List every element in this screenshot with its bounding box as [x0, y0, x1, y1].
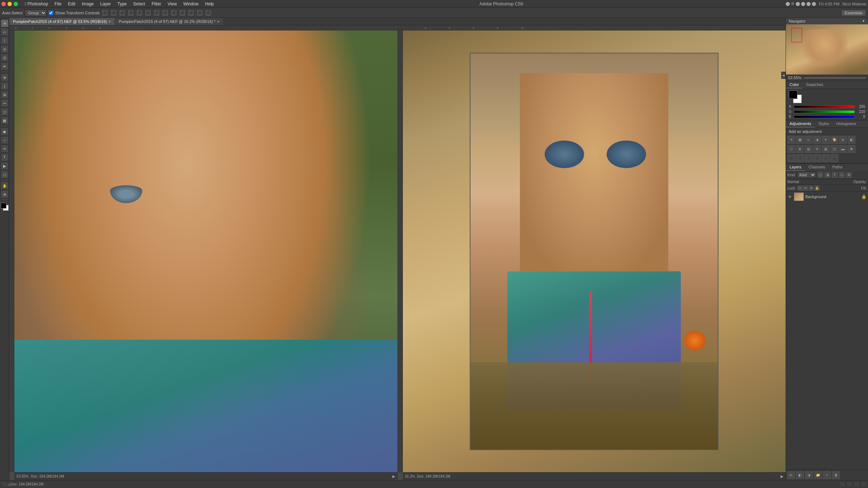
- menu-item-file[interactable]: File: [51, 1, 65, 7]
- tab-adjustments[interactable]: Adjustments: [786, 120, 815, 128]
- distribute-right-icon[interactable]: ⬛: [171, 10, 177, 16]
- align-middle-icon[interactable]: ⬛: [136, 10, 143, 16]
- b-slider[interactable]: [794, 115, 855, 118]
- healing-tool[interactable]: ⊕: [1, 73, 9, 81]
- foreground-swatch[interactable]: [789, 90, 797, 99]
- shape-tool[interactable]: ◻: [1, 171, 9, 178]
- menu-item-filter[interactable]: Filter: [148, 1, 164, 7]
- filter-smart-icon[interactable]: ⚙: [846, 172, 852, 178]
- adj-gradient-map-icon[interactable]: ▬: [839, 145, 847, 153]
- hand-tool[interactable]: ✋: [1, 182, 9, 190]
- filter-type-icon[interactable]: T: [832, 172, 838, 178]
- align-bottom-icon[interactable]: ⬛: [145, 10, 151, 16]
- lock-position-icon[interactable]: ✛: [809, 186, 814, 191]
- layer-mask-icon[interactable]: ◧: [796, 471, 804, 479]
- close-button[interactable]: [1, 2, 6, 6]
- menu-item-view[interactable]: View: [164, 1, 180, 7]
- canvas-image-right[interactable]: [403, 30, 786, 472]
- menu-item-layer[interactable]: Layer: [97, 1, 114, 7]
- distribute-center-h-icon[interactable]: ⬛: [162, 10, 168, 16]
- lasso-tool[interactable]: ⌇: [1, 37, 9, 44]
- adj-extra-5-icon[interactable]: ⬛: [822, 154, 830, 162]
- kind-dropdown[interactable]: Kind Name Effect: [797, 172, 816, 178]
- status-arrow-left[interactable]: ▶: [392, 474, 395, 478]
- layer-row-background[interactable]: 👁 Background 🔒: [786, 192, 868, 202]
- canvas-image-left[interactable]: [14, 30, 397, 472]
- gradient-tool[interactable]: ▦: [1, 116, 9, 124]
- menu-item-select[interactable]: Select: [130, 1, 148, 7]
- doc-tab-1[interactable]: PumpkinPatch2015 (4 of 87).NEF @ 16.2% (…: [115, 18, 224, 25]
- adj-colorbalance-icon[interactable]: ⊕: [839, 136, 847, 144]
- navigator-zoom-box[interactable]: [791, 28, 802, 42]
- align-right-icon[interactable]: ⬛: [119, 10, 125, 16]
- doc-tab-0-close[interactable]: ✕: [108, 20, 111, 24]
- adj-invert-icon[interactable]: ⊘: [813, 145, 821, 153]
- adj-brightness-icon[interactable]: ☀: [787, 136, 795, 144]
- adj-extra-2-icon[interactable]: ⬛: [796, 154, 804, 162]
- tab-color[interactable]: Color: [786, 81, 802, 88]
- align-top-icon[interactable]: ⬛: [128, 10, 134, 16]
- quick-selection-tool[interactable]: ⊙: [1, 45, 9, 53]
- history-brush-tool[interactable]: ↩: [1, 99, 9, 107]
- adj-levels-icon[interactable]: ▦: [796, 136, 804, 144]
- distribute-middle-v-icon[interactable]: ⬛: [188, 10, 194, 16]
- menu-item-window[interactable]: Window: [180, 1, 202, 7]
- adj-exposure-icon[interactable]: ◑: [813, 136, 821, 144]
- align-left-icon[interactable]: ⬛: [102, 10, 108, 16]
- fullscreen-button[interactable]: [14, 2, 18, 6]
- adj-bw-icon[interactable]: ◧: [848, 136, 855, 144]
- doc-tab-0[interactable]: PumpkinPatch2015 (4 of 87).NEF @ 53.5% (…: [9, 18, 115, 25]
- distribute-bottom-icon[interactable]: ⬛: [196, 10, 203, 16]
- brush-tool[interactable]: ∫: [1, 82, 9, 90]
- auto-select-dropdown[interactable]: Group Layer: [25, 9, 47, 16]
- move-tool[interactable]: ✛: [1, 19, 9, 27]
- adj-extra-6-icon[interactable]: ⬛: [830, 154, 838, 162]
- lock-pixels-icon[interactable]: ✏: [803, 186, 808, 191]
- menu-item-help[interactable]: Help: [202, 1, 217, 7]
- adj-color-lookup-icon[interactable]: ▤: [805, 145, 812, 153]
- adj-hsl-icon[interactable]: 🎨: [830, 136, 838, 144]
- filter-pixel-icon[interactable]: ◻: [817, 172, 823, 178]
- minimize-button[interactable]: [8, 2, 12, 6]
- menu-item-type[interactable]: Type: [114, 1, 130, 7]
- filter-adjustment-icon[interactable]: ◑: [825, 172, 830, 178]
- adj-extra-4-icon[interactable]: ⬛: [813, 154, 821, 162]
- doc-tab-1-close[interactable]: ✕: [217, 20, 220, 24]
- layer-fx-icon[interactable]: fx: [787, 471, 795, 479]
- navigator-zoom-slider[interactable]: [804, 77, 866, 78]
- adj-curves-icon[interactable]: ∿: [805, 136, 812, 144]
- status-arrow-right[interactable]: ▶: [781, 474, 783, 478]
- menu-item-app[interactable]:  Photoshop: [22, 1, 51, 7]
- status-icon-1[interactable]: ⬛: [840, 482, 844, 486]
- transform-checkbox[interactable]: [49, 11, 53, 15]
- path-selection-tool[interactable]: ▶: [1, 162, 9, 170]
- color-swatches[interactable]: [789, 90, 805, 103]
- r-slider[interactable]: [794, 105, 855, 108]
- menu-item-image[interactable]: Image: [78, 1, 97, 7]
- layer-group-icon[interactable]: 📁: [814, 471, 822, 479]
- tab-paths[interactable]: Paths: [829, 164, 846, 171]
- lock-all-icon[interactable]: 🔒: [815, 186, 820, 191]
- arrange-icon[interactable]: ⬛: [205, 10, 211, 16]
- eraser-tool[interactable]: ◻: [1, 108, 9, 116]
- tab-channels[interactable]: Channels: [805, 164, 829, 171]
- distribute-top-icon[interactable]: ⬛: [179, 10, 186, 16]
- layer-delete-icon[interactable]: 🗑: [832, 471, 840, 479]
- status-icon-4[interactable]: ⬛: [862, 482, 866, 486]
- foreground-color-swatch[interactable]: [1, 203, 9, 211]
- g-slider[interactable]: [794, 110, 855, 113]
- adj-extra-3-icon[interactable]: ⬛: [805, 154, 812, 162]
- align-center-icon[interactable]: ⬛: [110, 10, 117, 16]
- lock-transparent-icon[interactable]: ⬡: [797, 186, 802, 191]
- status-icon-2[interactable]: ⬛: [847, 482, 852, 486]
- layer-visibility-icon[interactable]: 👁: [787, 194, 792, 199]
- dodge-tool[interactable]: ○: [1, 136, 9, 144]
- filter-shape-icon[interactable]: ⬡: [839, 172, 845, 178]
- adj-threshold-icon[interactable]: ◫: [830, 145, 838, 153]
- navigator-preview[interactable]: [786, 24, 868, 75]
- adj-channel-mix-icon[interactable]: ⊞: [796, 145, 804, 153]
- marquee-tool[interactable]: ▭: [1, 28, 9, 36]
- tab-layers[interactable]: Layers: [786, 164, 805, 171]
- zoom-tool[interactable]: ⊕: [1, 190, 9, 198]
- eyedropper-tool[interactable]: ✒: [1, 62, 9, 70]
